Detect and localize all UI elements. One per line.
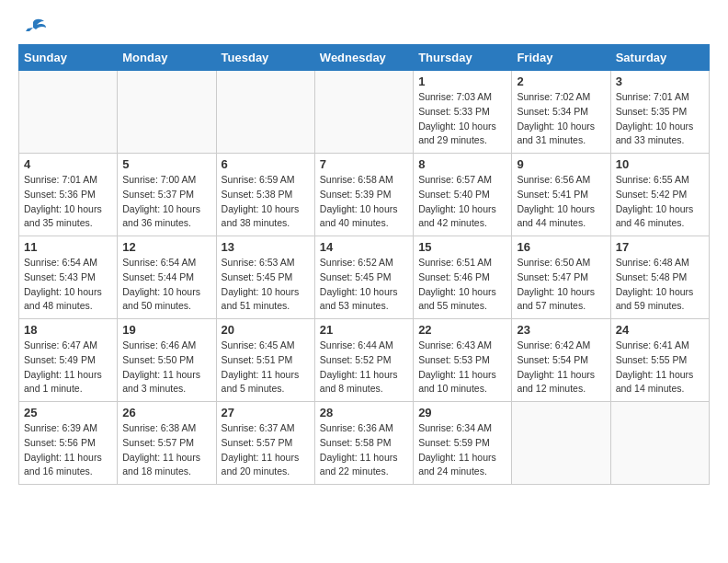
day-info: Sunrise: 7:00 AM Sunset: 5:37 PM Dayligh…: [122, 173, 210, 231]
day-info: Sunrise: 6:42 AM Sunset: 5:54 PM Dayligh…: [517, 339, 605, 396]
day-number: 8: [418, 157, 506, 171]
calendar-cell: 27Sunrise: 6:37 AM Sunset: 5:57 PM Dayli…: [216, 402, 314, 485]
calendar-cell: [314, 71, 413, 154]
day-number: 3: [616, 75, 704, 88]
day-info: Sunrise: 6:54 AM Sunset: 5:43 PM Dayligh…: [24, 256, 112, 314]
col-header-monday: Monday: [118, 45, 216, 71]
calendar-cell: 17Sunrise: 6:48 AM Sunset: 5:48 PM Dayli…: [610, 236, 709, 319]
day-number: 14: [320, 240, 408, 254]
day-info: Sunrise: 6:46 AM Sunset: 5:50 PM Dayligh…: [122, 339, 210, 396]
calendar-cell: 3Sunrise: 7:01 AM Sunset: 5:35 PM Daylig…: [610, 71, 709, 154]
calendar-cell: 28Sunrise: 6:36 AM Sunset: 5:58 PM Dayli…: [314, 402, 413, 485]
day-info: Sunrise: 6:58 AM Sunset: 5:39 PM Dayligh…: [320, 173, 408, 231]
day-number: 7: [320, 157, 408, 171]
day-number: 15: [418, 240, 506, 254]
calendar-header-row: SundayMondayTuesdayWednesdayThursdayFrid…: [19, 45, 710, 71]
calendar-cell: 5Sunrise: 7:00 AM Sunset: 5:37 PM Daylig…: [118, 154, 216, 236]
day-number: 11: [24, 240, 112, 254]
day-number: 2: [517, 75, 605, 88]
day-info: Sunrise: 6:53 AM Sunset: 5:45 PM Dayligh…: [222, 256, 310, 314]
day-number: 16: [517, 240, 605, 254]
calendar-week-row: 11Sunrise: 6:54 AM Sunset: 5:43 PM Dayli…: [19, 236, 710, 319]
day-info: Sunrise: 6:50 AM Sunset: 5:47 PM Dayligh…: [517, 256, 605, 314]
col-header-wednesday: Wednesday: [314, 45, 413, 71]
calendar-cell: 13Sunrise: 6:53 AM Sunset: 5:45 PM Dayli…: [216, 236, 314, 319]
calendar-cell: 14Sunrise: 6:52 AM Sunset: 5:45 PM Dayli…: [314, 236, 413, 319]
calendar-cell: 22Sunrise: 6:43 AM Sunset: 5:53 PM Dayli…: [414, 319, 512, 402]
day-number: 19: [122, 323, 210, 337]
day-number: 21: [320, 323, 408, 337]
day-info: Sunrise: 6:36 AM Sunset: 5:58 PM Dayligh…: [320, 421, 408, 479]
calendar-cell: 24Sunrise: 6:41 AM Sunset: 5:55 PM Dayli…: [610, 319, 709, 402]
calendar-cell: 10Sunrise: 6:55 AM Sunset: 5:42 PM Dayli…: [610, 154, 709, 236]
calendar-cell: [216, 71, 314, 154]
day-info: Sunrise: 6:57 AM Sunset: 5:40 PM Dayligh…: [418, 173, 506, 231]
calendar-cell: 21Sunrise: 6:44 AM Sunset: 5:52 PM Dayli…: [314, 319, 413, 402]
day-number: 20: [222, 323, 310, 337]
calendar-cell: 7Sunrise: 6:58 AM Sunset: 5:39 PM Daylig…: [314, 154, 413, 236]
day-info: Sunrise: 6:48 AM Sunset: 5:48 PM Dayligh…: [616, 256, 704, 314]
day-number: 24: [616, 323, 704, 337]
day-number: 18: [24, 323, 112, 337]
day-info: Sunrise: 6:56 AM Sunset: 5:41 PM Dayligh…: [517, 173, 605, 231]
day-info: Sunrise: 6:39 AM Sunset: 5:56 PM Dayligh…: [24, 421, 112, 479]
day-number: 9: [517, 157, 605, 171]
col-header-thursday: Thursday: [414, 45, 512, 71]
day-number: 12: [122, 240, 210, 254]
day-number: 10: [616, 157, 704, 171]
day-number: 6: [222, 157, 310, 171]
day-info: Sunrise: 7:03 AM Sunset: 5:33 PM Dayligh…: [418, 90, 506, 148]
calendar-week-row: 25Sunrise: 6:39 AM Sunset: 5:56 PM Dayli…: [19, 402, 710, 485]
day-info: Sunrise: 6:38 AM Sunset: 5:57 PM Dayligh…: [122, 421, 210, 479]
day-number: 1: [418, 75, 506, 88]
calendar-cell: 12Sunrise: 6:54 AM Sunset: 5:44 PM Dayli…: [118, 236, 216, 319]
day-info: Sunrise: 7:02 AM Sunset: 5:34 PM Dayligh…: [517, 90, 605, 148]
day-info: Sunrise: 6:41 AM Sunset: 5:55 PM Dayligh…: [616, 339, 704, 396]
header: [18, 18, 710, 35]
calendar-cell: 25Sunrise: 6:39 AM Sunset: 5:56 PM Dayli…: [19, 402, 118, 485]
day-number: 25: [24, 406, 112, 419]
calendar-cell: 6Sunrise: 6:59 AM Sunset: 5:38 PM Daylig…: [216, 154, 314, 236]
day-number: 28: [320, 406, 408, 419]
calendar-cell: 11Sunrise: 6:54 AM Sunset: 5:43 PM Dayli…: [19, 236, 118, 319]
calendar-cell: 2Sunrise: 7:02 AM Sunset: 5:34 PM Daylig…: [512, 71, 610, 154]
calendar-cell: [118, 71, 216, 154]
calendar-cell: 8Sunrise: 6:57 AM Sunset: 5:40 PM Daylig…: [414, 154, 512, 236]
calendar-cell: 23Sunrise: 6:42 AM Sunset: 5:54 PM Dayli…: [512, 319, 610, 402]
day-info: Sunrise: 6:34 AM Sunset: 5:59 PM Dayligh…: [418, 421, 506, 479]
day-info: Sunrise: 6:47 AM Sunset: 5:49 PM Dayligh…: [24, 339, 112, 396]
calendar-cell: 4Sunrise: 7:01 AM Sunset: 5:36 PM Daylig…: [19, 154, 118, 236]
day-info: Sunrise: 6:51 AM Sunset: 5:46 PM Dayligh…: [418, 256, 506, 314]
calendar-cell: 26Sunrise: 6:38 AM Sunset: 5:57 PM Dayli…: [118, 402, 216, 485]
day-number: 29: [418, 406, 506, 419]
calendar-cell: [512, 402, 610, 485]
day-info: Sunrise: 6:55 AM Sunset: 5:42 PM Dayligh…: [616, 173, 704, 231]
calendar-cell: 29Sunrise: 6:34 AM Sunset: 5:59 PM Dayli…: [414, 402, 512, 485]
col-header-sunday: Sunday: [19, 45, 118, 71]
day-number: 23: [517, 323, 605, 337]
calendar-cell: [610, 402, 709, 485]
calendar-week-row: 18Sunrise: 6:47 AM Sunset: 5:49 PM Dayli…: [19, 319, 710, 402]
col-header-tuesday: Tuesday: [216, 45, 314, 71]
calendar-cell: 16Sunrise: 6:50 AM Sunset: 5:47 PM Dayli…: [512, 236, 610, 319]
calendar-cell: 18Sunrise: 6:47 AM Sunset: 5:49 PM Dayli…: [19, 319, 118, 402]
calendar-cell: 1Sunrise: 7:03 AM Sunset: 5:33 PM Daylig…: [414, 71, 512, 154]
calendar-cell: 15Sunrise: 6:51 AM Sunset: 5:46 PM Dayli…: [414, 236, 512, 319]
day-info: Sunrise: 7:01 AM Sunset: 5:35 PM Dayligh…: [616, 90, 704, 148]
calendar-cell: 20Sunrise: 6:45 AM Sunset: 5:51 PM Dayli…: [216, 319, 314, 402]
calendar-cell: [19, 71, 118, 154]
day-number: 17: [616, 240, 704, 254]
day-number: 13: [222, 240, 310, 254]
logo: [18, 18, 46, 35]
day-number: 22: [418, 323, 506, 337]
day-info: Sunrise: 6:45 AM Sunset: 5:51 PM Dayligh…: [222, 339, 310, 396]
col-header-saturday: Saturday: [610, 45, 709, 71]
day-info: Sunrise: 6:54 AM Sunset: 5:44 PM Dayligh…: [122, 256, 210, 314]
day-info: Sunrise: 6:52 AM Sunset: 5:45 PM Dayligh…: [320, 256, 408, 314]
calendar-table: SundayMondayTuesdayWednesdayThursdayFrid…: [18, 44, 710, 485]
day-info: Sunrise: 7:01 AM Sunset: 5:36 PM Dayligh…: [24, 173, 112, 231]
day-info: Sunrise: 6:43 AM Sunset: 5:53 PM Dayligh…: [418, 339, 506, 396]
calendar-cell: 19Sunrise: 6:46 AM Sunset: 5:50 PM Dayli…: [118, 319, 216, 402]
col-header-friday: Friday: [512, 45, 610, 71]
calendar-week-row: 4Sunrise: 7:01 AM Sunset: 5:36 PM Daylig…: [19, 154, 710, 236]
